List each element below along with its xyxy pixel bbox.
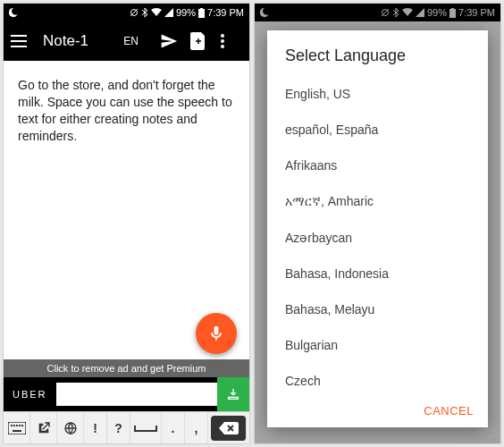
language-item[interactable]: Czech [267,363,488,393]
svg-rect-8 [11,425,13,426]
battery-text: 99% [176,7,196,18]
svg-rect-9 [13,425,15,426]
svg-rect-7 [8,422,26,434]
watermark: wsxdn.com [458,436,499,445]
language-item[interactable]: አማርኛ, Amharic [267,183,488,220]
language-list[interactable]: English, US español, España Afrikaans አማ… [267,76,488,393]
key-period[interactable]: . [162,412,185,444]
language-item[interactable]: Bahasa, Indonesia [267,256,488,291]
overflow-icon[interactable] [221,34,242,48]
svg-rect-10 [16,425,18,426]
mic-fab[interactable] [196,313,237,354]
language-dialog: Select Language English, US español, Esp… [267,30,488,427]
key-backspace[interactable] [211,416,247,441]
key-space[interactable] [130,412,162,444]
battery-icon [198,8,205,18]
svg-rect-3 [200,8,203,9]
svg-point-6 [221,45,224,48]
phone-left: 99% 7:39 PM Note-1 EN Go to t [4,4,249,443]
svg-rect-12 [21,425,23,426]
uber-logo: UBER [4,389,56,400]
keyboard-toolbar: ! ? . , [4,411,249,443]
svg-rect-2 [198,9,205,18]
language-indicator[interactable]: EN [123,35,139,47]
open-external-icon[interactable] [30,412,57,444]
clock-text: 7:39 PM [207,7,244,18]
signal-icon [164,8,173,17]
note-title: Note-1 [43,32,123,50]
key-question[interactable]: ? [107,412,130,444]
ad-download-button[interactable] [217,377,249,411]
menu-icon[interactable] [11,35,27,47]
globe-icon[interactable] [57,412,84,444]
language-item[interactable]: Bulgarian [267,327,488,363]
phone-right: 99% 7:39 PM Select Language English, US … [255,4,500,443]
svg-rect-11 [19,425,21,426]
backspace-icon [219,422,239,434]
cancel-button[interactable]: CANCEL [424,404,474,417]
premium-ad-bar[interactable]: Click to remove ad and get Premium [4,359,249,377]
keyboard-icon[interactable] [4,412,30,444]
moon-icon [9,8,18,17]
dialog-title: Select Language [267,30,488,76]
language-item[interactable]: Azərbaycan [267,220,488,256]
key-exclaim[interactable]: ! [84,412,107,444]
language-item[interactable]: Bahasa, Melayu [267,291,488,327]
ad-input[interactable] [56,383,217,406]
alarm-off-icon [130,8,139,17]
status-bar: 99% 7:39 PM [4,4,249,21]
language-item[interactable]: español, España [267,112,488,148]
svg-point-4 [221,34,224,38]
language-item[interactable]: English, US [267,76,488,112]
wifi-icon [151,8,162,17]
bluetooth-icon [141,8,148,17]
note-text[interactable]: Go to the store, and don't forget the mi… [4,61,249,340]
download-icon [226,387,240,401]
mic-icon [207,325,225,342]
language-item[interactable]: Afrikaans [267,148,488,183]
svg-point-5 [221,39,224,43]
svg-rect-13 [13,430,21,432]
send-icon[interactable] [160,32,181,50]
app-bar: Note-1 EN [4,21,249,61]
key-comma[interactable]: , [185,412,208,444]
uber-ad: UBER [4,377,249,411]
new-note-icon[interactable] [190,32,212,50]
